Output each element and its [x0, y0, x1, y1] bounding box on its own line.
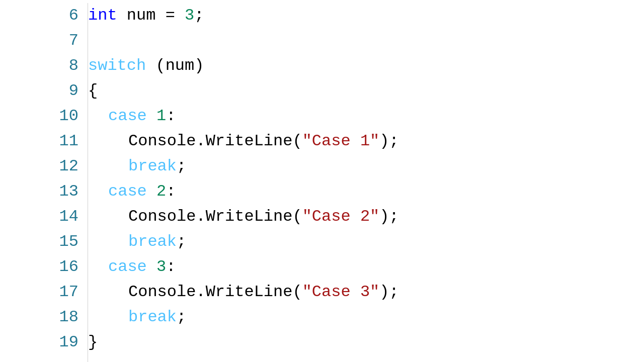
code-line-19: } [88, 330, 644, 355]
token: ; [177, 305, 186, 330]
token [147, 179, 156, 204]
line-number-10: 10 [59, 104, 78, 129]
code-line-18: break; [88, 305, 644, 330]
line-number-11: 11 [59, 129, 78, 154]
token [147, 254, 156, 280]
line-number-6: 6 [69, 3, 78, 28]
code-line-17: Console.WriteLine("Case 3"); [88, 280, 644, 305]
code-line-13: case 2: [88, 179, 644, 204]
line-number-7: 7 [69, 28, 78, 53]
token: break [128, 229, 177, 254]
token: case [108, 254, 147, 280]
token: ; [177, 229, 186, 254]
code-line-11: Console.WriteLine("Case 1"); [88, 129, 644, 154]
code-content: int num = 3;switch (num){case 1:Console.… [88, 3, 644, 362]
token: "Case 3" [302, 280, 380, 305]
line-number-19: 19 [59, 330, 78, 355]
code-line-12: break; [88, 154, 644, 179]
token: (num) [146, 53, 204, 78]
code-line-9: { [88, 78, 644, 104]
line-number-14: 14 [59, 204, 78, 229]
token: 3 [185, 3, 194, 28]
token: ); [379, 280, 398, 305]
token: num = [117, 3, 185, 28]
line-number-12: 12 [59, 154, 78, 179]
token: case [108, 104, 147, 129]
token: switch [88, 53, 146, 78]
code-line-6: int num = 3; [88, 3, 644, 28]
token: ; [177, 154, 186, 179]
token: int [88, 3, 117, 28]
line-number-18: 18 [59, 305, 78, 330]
token: 1 [156, 104, 166, 129]
token: } [88, 330, 98, 355]
token [147, 104, 156, 129]
line-number-17: 17 [59, 280, 78, 305]
token: 3 [156, 254, 166, 280]
line-number-13: 13 [59, 179, 78, 204]
token: "Case 2" [302, 204, 380, 229]
token: "Case 1" [302, 129, 380, 154]
code-line-7 [88, 28, 644, 53]
code-line-15: break; [88, 229, 644, 254]
token: : [166, 254, 176, 280]
line-number-8: 8 [69, 53, 78, 78]
token: : [166, 179, 176, 204]
token: 2 [156, 179, 166, 204]
line-numbers: 678910111213141516171819 [0, 3, 88, 362]
token: ); [379, 204, 398, 229]
line-number-9: 9 [69, 78, 78, 104]
code-line-8: switch (num) [88, 53, 644, 78]
token: : [166, 104, 176, 129]
token: Console.WriteLine( [128, 204, 302, 229]
code-line-16: case 3: [88, 254, 644, 280]
code-line-14: Console.WriteLine("Case 2"); [88, 204, 644, 229]
token: { [88, 78, 98, 104]
token: break [128, 154, 177, 179]
token: case [108, 179, 147, 204]
token: Console.WriteLine( [128, 280, 302, 305]
token: break [128, 305, 177, 330]
code-editor: 678910111213141516171819 int num = 3;swi… [0, 0, 644, 362]
token: ; [194, 3, 204, 28]
line-number-16: 16 [59, 254, 78, 280]
code-line-10: case 1: [88, 104, 644, 129]
token: ); [379, 129, 398, 154]
token: Console.WriteLine( [128, 129, 302, 154]
line-number-15: 15 [59, 229, 78, 254]
